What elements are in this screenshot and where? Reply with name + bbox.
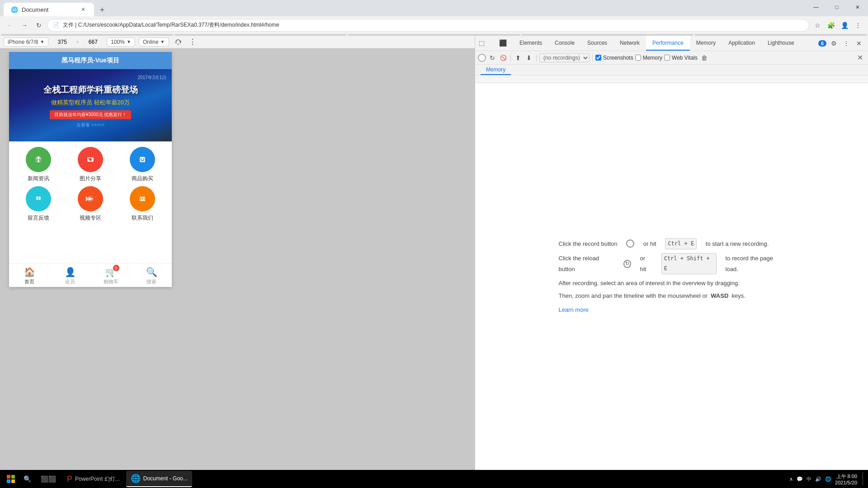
console-tab-label: Console: [555, 40, 575, 46]
grid-item-video[interactable]: 视频专区: [66, 186, 115, 222]
chat-icon: 💬: [797, 476, 803, 482]
bottom-nav-member[interactable]: 👤 会员: [50, 267, 90, 285]
devtools-settings-button[interactable]: ⚙: [828, 38, 839, 49]
minimize-button[interactable]: —: [806, 0, 826, 14]
extensions-button[interactable]: 🧩: [825, 19, 837, 32]
address-bar[interactable]: 📄 文件 | C:/Users/escook/AppData/Local/Tem…: [47, 19, 809, 32]
profile-button[interactable]: 👤: [838, 19, 851, 32]
address-icon: 📄: [53, 22, 59, 28]
width-input[interactable]: [52, 39, 72, 45]
menu-button[interactable]: ⋮: [852, 19, 864, 32]
toolbar-divider1: [510, 54, 511, 61]
bottom-nav-search[interactable]: 🔍 搜索: [131, 267, 172, 285]
forward-button[interactable]: →: [18, 19, 31, 32]
memory-subtab-item[interactable]: Memory: [481, 65, 511, 75]
zoom-selector[interactable]: 100% ▼: [107, 38, 135, 47]
learn-more-link[interactable]: Learn more: [559, 306, 589, 313]
browser-tab[interactable]: 🌐 Document ✕: [4, 3, 94, 16]
address-text: 文件 | C:/Users/escook/AppData/Local/Temp/…: [63, 21, 279, 29]
taskbar-clock[interactable]: 上午 8:00 2021/5/20: [835, 473, 857, 485]
grid-item-photos[interactable]: 图片分享: [66, 147, 115, 183]
chevron-up-icon[interactable]: ∧: [789, 476, 793, 482]
taskbar-search-button[interactable]: 🔍: [20, 472, 34, 486]
grid-item-shop[interactable]: 商品购买: [118, 147, 166, 183]
tab-memory[interactable]: Memory: [690, 36, 722, 51]
tab-close-button[interactable]: ✕: [80, 6, 87, 13]
hint-reload: Click the reload button ↻ or hit Ctrl + …: [559, 253, 785, 274]
trash-button[interactable]: 🗑: [701, 54, 708, 61]
devtools-close-button[interactable]: ✕: [854, 38, 864, 49]
cart-nav-label: 购物车: [104, 278, 118, 285]
web-vitals-label: Web Vitals: [672, 55, 698, 61]
screenshots-checkbox[interactable]: [595, 55, 601, 61]
height-input[interactable]: [83, 39, 103, 45]
panel-close-button[interactable]: ✕: [854, 52, 865, 63]
close-button[interactable]: ✕: [847, 0, 868, 14]
network-dropdown-icon: ▼: [160, 39, 165, 44]
lighthouse-tab-label: Lighthouse: [768, 40, 794, 46]
performance-toolbar: ↻ 🚫 ⬆ ⬇ (no recordings) Screenshots Memo…: [475, 51, 868, 65]
memory-subtab-label: Memory: [486, 66, 505, 73]
clear-button[interactable]: 🚫: [499, 53, 508, 62]
grid-item-contact[interactable]: 联系我们: [118, 186, 166, 222]
chrome-label: Document - Goo...: [143, 475, 188, 482]
tab-console[interactable]: Console: [548, 36, 581, 51]
devtools-panel: ⬚ ⬛ Elements Console Sources Network: [475, 36, 868, 470]
hint-record-pre: Click the record button: [559, 239, 618, 249]
tab-network[interactable]: Network: [613, 36, 646, 51]
tab-sources[interactable]: Sources: [581, 36, 613, 51]
grid-item-feedback[interactable]: ¥ 留言反馈: [14, 186, 63, 222]
bottom-nav-home[interactable]: 🏠 首页: [9, 267, 50, 285]
hint-record-post: to start a new recording.: [706, 239, 769, 249]
cart-badge-container: 🛒 0: [105, 267, 117, 277]
reload-record-button[interactable]: ↻: [488, 53, 497, 62]
language-icon: 中: [807, 476, 811, 483]
toolbar-more-button[interactable]: ⋮: [189, 38, 196, 46]
page-spacer: [9, 227, 172, 263]
recordings-select[interactable]: (no recordings): [539, 53, 590, 62]
bookmark-button[interactable]: ☆: [811, 19, 824, 32]
hint-zoom: Then, zoom and pan the timeline with the…: [559, 291, 785, 301]
powerpoint-label: PowerPoint 幻灯...: [75, 475, 120, 483]
network-tab-label: Network: [620, 40, 640, 46]
tab-elements-label[interactable]: Elements: [513, 36, 548, 51]
memory-checkbox-group: Memory: [635, 55, 662, 61]
taskbar-powerpoint[interactable]: P PowerPoint 幻灯...: [62, 471, 124, 487]
member-nav-label: 会员: [65, 278, 75, 285]
news-label: 新闻资讯: [28, 175, 49, 183]
network-selector[interactable]: Online ▼: [139, 38, 169, 47]
taskbar-task-view[interactable]: ⬛⬛: [36, 471, 61, 487]
tab-lighthouse[interactable]: Lighthouse: [761, 36, 801, 51]
devtools-more-button[interactable]: ⋮: [841, 38, 852, 49]
feedback-icon: ¥: [26, 186, 51, 211]
reload-button[interactable]: ↻: [33, 19, 45, 32]
web-vitals-checkbox[interactable]: [664, 55, 670, 61]
maximize-button[interactable]: □: [826, 0, 847, 14]
record-button[interactable]: [478, 54, 486, 62]
shortcut-ctrl-e: Ctrl + E: [665, 238, 697, 250]
device-toolbar: iPhone 6/7/8 ▼ × 100% ▼ Online ▼: [0, 36, 475, 48]
tab-application[interactable]: Application: [722, 36, 761, 51]
svg-rect-17: [11, 479, 15, 483]
device-selector[interactable]: iPhone 6/7/8 ▼: [4, 38, 48, 47]
hint-reload-pre: Click the reload button: [559, 253, 614, 274]
memory-checkbox[interactable]: [635, 55, 641, 61]
back-button[interactable]: ←: [4, 19, 16, 32]
start-button[interactable]: [4, 472, 18, 486]
taskbar-chrome[interactable]: 🌐 Document - Goo...: [126, 471, 192, 487]
tab-dock[interactable]: ⬛: [493, 36, 513, 51]
download-button[interactable]: ⬇: [524, 53, 533, 62]
elements-tab-label: Elements: [519, 40, 542, 46]
svg-rect-16: [7, 479, 10, 483]
tab-elements[interactable]: ⬚: [475, 36, 493, 51]
upload-button[interactable]: ⬆: [514, 53, 523, 62]
mobile-header: 黑马程序员-Vue项目: [9, 52, 172, 69]
grid-item-news[interactable]: 新闻资讯: [14, 147, 63, 183]
navigation-bar: ← → ↻ 📄 文件 | C:/Users/escook/AppData/Loc…: [0, 16, 868, 34]
rotate-button[interactable]: [173, 37, 184, 47]
bottom-nav-cart[interactable]: 🛒 0 购物车: [90, 267, 131, 285]
member-nav-icon: 👤: [65, 267, 76, 277]
tab-performance[interactable]: Performance: [646, 36, 690, 51]
new-tab-button[interactable]: +: [96, 4, 108, 16]
show-desktop-button[interactable]: [863, 472, 864, 486]
